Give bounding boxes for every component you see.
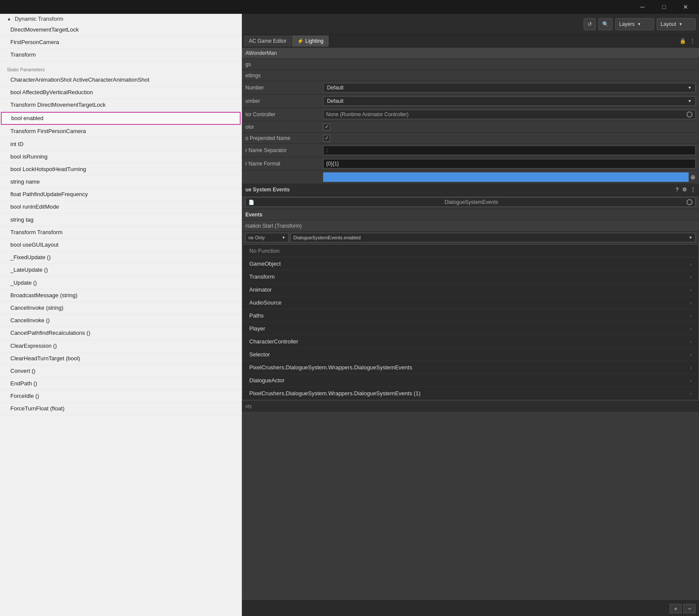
- events-object-ref-field[interactable]: 📄 DialogueSystemEvents: [245, 197, 696, 207]
- layout-chevron-icon: ▼: [679, 22, 683, 26]
- list-item[interactable]: CharacterAnimationShot ActiveCharacterAn…: [0, 74, 241, 86]
- bottom-bar: + −: [242, 600, 699, 616]
- list-item[interactable]: Transform DirectMovementTargetLock: [0, 99, 241, 111]
- dropdown-item-paths[interactable]: Paths ›: [242, 309, 699, 322]
- list-item[interactable]: bool useGUILayout: [0, 239, 241, 251]
- list-item[interactable]: float PathfindUpdateFrequency: [0, 188, 241, 201]
- number-dropdown-2[interactable]: Default ▼: [323, 96, 696, 106]
- no-function-item[interactable]: No Function: [242, 244, 699, 257]
- list-item[interactable]: Transform: [0, 49, 241, 61]
- dropdown-item-charactercontroller[interactable]: CharacterController ›: [242, 335, 699, 348]
- list-item[interactable]: string tag: [0, 214, 241, 226]
- layout-dropdown[interactable]: Layout ▼: [657, 18, 696, 30]
- maximize-button[interactable]: □: [654, 0, 674, 14]
- lock-icon[interactable]: 🔒: [680, 38, 686, 44]
- list-item[interactable]: Transform FirstPersonCamera: [0, 125, 241, 138]
- dropdown-item-dialogueactor[interactable]: DialogueActor ›: [242, 374, 699, 387]
- list-item[interactable]: ForceTurnFloat (float): [0, 403, 241, 415]
- prepended-name-checkbox[interactable]: ✓: [323, 135, 330, 142]
- chevron-icon: ›: [690, 287, 692, 292]
- circle-icon[interactable]: [686, 111, 693, 117]
- remove-button[interactable]: −: [683, 604, 696, 613]
- more-options-icon[interactable]: ⋮: [689, 38, 696, 44]
- eye-dropper-icon[interactable]: ⊕: [690, 174, 696, 181]
- list-item[interactable]: _Update (): [0, 277, 241, 289]
- list-item[interactable]: BroadcastMessage (string): [0, 289, 241, 302]
- row-label: umber: [245, 98, 323, 104]
- function-dropdown[interactable]: DialogueSystemEvents.enabled ▼: [290, 233, 696, 242]
- list-item[interactable]: ClearExpression (): [0, 340, 241, 352]
- animator-controller-field[interactable]: None (Runtime Animator Controller): [323, 110, 696, 119]
- more-icon[interactable]: ⋮: [690, 187, 696, 193]
- list-item[interactable]: FirstPersonCamera: [0, 36, 241, 49]
- title-bar: ─ □ ✕: [0, 0, 699, 14]
- settings-icon[interactable]: ⚙: [682, 187, 687, 193]
- row-label: Number: [245, 85, 323, 91]
- chevron-icon: ›: [690, 365, 692, 370]
- events-circle-icon[interactable]: [686, 199, 693, 205]
- name-format-input[interactable]: [323, 159, 696, 168]
- panel-header[interactable]: ▲ Dynamic Transform: [0, 14, 241, 24]
- bool-enabled-item[interactable]: bool enabled: [1, 112, 241, 125]
- chevron-icon: ›: [690, 261, 692, 267]
- dropdown-item-pixelcrushers-1[interactable]: PixelCrushers.DialogueSystem.Wrappers.Di…: [242, 361, 699, 374]
- dropdown-item-audiosource[interactable]: AudioSource ›: [242, 296, 699, 309]
- number-dropdown-1[interactable]: Default ▼: [323, 83, 696, 92]
- inspector-row-name-separator: r Name Separator: [242, 144, 699, 157]
- list-item[interactable]: CancelPathfindRecalculations (): [0, 327, 241, 340]
- events-section-label: ue System Events: [245, 187, 290, 193]
- dropdown-item-selector[interactable]: Selector ›: [242, 348, 699, 361]
- dropdown-item-transform[interactable]: Transform ›: [242, 270, 699, 283]
- list-item[interactable]: string name: [0, 176, 241, 188]
- add-button[interactable]: +: [670, 604, 682, 613]
- dropdown-chevron-icon: ▼: [688, 86, 692, 90]
- list-item[interactable]: bool isRunning: [0, 151, 241, 163]
- dropdown-item-animator[interactable]: Animator ›: [242, 283, 699, 296]
- events-object-value: DialogueSystemEvents: [445, 199, 498, 205]
- list-item[interactable]: ClearHeadTurnTarget (bool): [0, 352, 241, 365]
- list-item[interactable]: bool runInEditMode: [0, 201, 241, 213]
- row-label: olor: [245, 124, 323, 130]
- events-label: Events: [245, 212, 323, 218]
- unity-toolbar: ↺ 🔍 Layers ▼ Layout ▼: [242, 14, 699, 35]
- list-item[interactable]: ForceIdle (): [0, 390, 241, 403]
- list-item[interactable]: Convert (): [0, 365, 241, 378]
- mode-dropdown[interactable]: ne Only ▼: [245, 233, 289, 242]
- list-item[interactable]: EndPath (): [0, 378, 241, 390]
- row-value: ✓: [323, 124, 696, 130]
- dropdown-value: Default: [327, 85, 343, 91]
- layers-dropdown[interactable]: Layers ▼: [615, 18, 654, 30]
- dropdown-item-gameobject[interactable]: GameObject ›: [242, 257, 699, 270]
- tab-ac-game-editor[interactable]: AC Game Editor: [244, 35, 292, 47]
- blue-field[interactable]: [323, 172, 689, 182]
- list-item[interactable]: DirectMovementTargetLock: [0, 24, 241, 36]
- history-button[interactable]: ↺: [584, 18, 596, 30]
- color-checkbox[interactable]: ✓: [323, 124, 330, 130]
- chevron-icon: ›: [690, 313, 692, 318]
- history-icon: ↺: [588, 21, 592, 27]
- minimize-button[interactable]: ─: [632, 0, 652, 14]
- inspector-row-prepended-name: o Prepended Name ✓: [242, 133, 699, 144]
- help-icon[interactable]: ?: [676, 187, 679, 193]
- inspector-row-blue-field: ⊕: [242, 171, 699, 184]
- tab-lighting[interactable]: ⚡ Lighting: [292, 35, 329, 47]
- right-panel: ↺ 🔍 Layers ▼ Layout ▼ AC Game Editor ⚡ L…: [242, 14, 699, 616]
- row-label: o Prepended Name: [245, 135, 323, 141]
- list-item[interactable]: _FixedUpdate (): [0, 251, 241, 264]
- dropdown-item-player[interactable]: Player ›: [242, 322, 699, 335]
- list-item[interactable]: CancelInvoke (string): [0, 302, 241, 314]
- list-item[interactable]: _LateUpdate (): [0, 264, 241, 276]
- list-item[interactable]: CancelInvoke (): [0, 314, 241, 327]
- list-item[interactable]: bool LockHotspotHeadTurning: [0, 163, 241, 176]
- dropdown-item-pixelcrushers-2[interactable]: PixelCrushers.DialogueSystem.Wrappers.Di…: [242, 387, 699, 400]
- inspector-row-animator-controller: tor Controller None (Runtime Animator Co…: [242, 108, 699, 121]
- name-separator-input[interactable]: [323, 146, 696, 155]
- close-button[interactable]: ✕: [676, 0, 696, 14]
- chevron-icon: ›: [690, 326, 692, 331]
- search-button[interactable]: 🔍: [598, 18, 613, 30]
- list-item[interactable]: Transform Transform: [0, 226, 241, 239]
- list-item[interactable]: bool AffectedByVerticalReduction: [0, 86, 241, 99]
- search-icon: 🔍: [602, 21, 609, 27]
- list-item[interactable]: int ID: [0, 138, 241, 151]
- main-layout: ▲ Dynamic Transform DirectMovementTarget…: [0, 14, 699, 616]
